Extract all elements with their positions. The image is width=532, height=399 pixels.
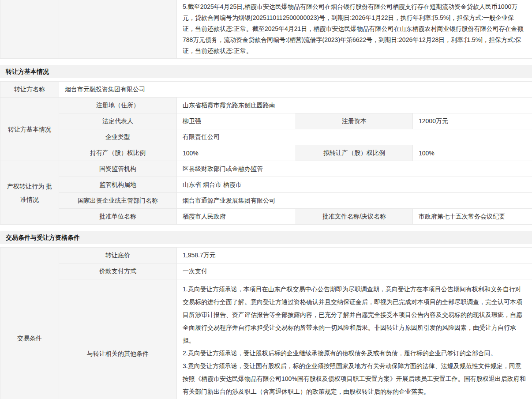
section-title-transferor-info: 转让方基本情况 (0, 65, 532, 78)
group-label-basic-info: 转让方基本情况 (0, 98, 59, 161)
group-label-approval-info: 产权转让行为 批准情况 (0, 161, 59, 225)
table-row: 价款支付方式 一次支付 (0, 263, 532, 279)
row-value-payment-method: 一次支付 (177, 263, 532, 279)
row-label-approval-unit: 批准单位名称 (59, 209, 177, 225)
table-row: 批准单位名称 栖霞市人民政府 批准文件名称/决议名称 市政府第七十五次常务会议纪… (0, 209, 532, 225)
row-label-legal-representative: 法定代表人 (59, 113, 177, 129)
table-row: 监管机构属地 山东省 烟台市 栖霞市 (0, 177, 532, 193)
row-label-enterprise-type: 企业类型 (59, 129, 177, 145)
condition-paragraph-1: 1.意向受让方须承诺，本项目在山东产权交易中心公告期即为尽职调查期，意向受让方在… (183, 283, 526, 347)
section-title-transaction-conditions: 交易条件与受让方资格条件 (0, 231, 532, 244)
table-row: 交易条件 转让底价 1,958.7万元 (0, 248, 532, 263)
row-value-transfer-equity-ratio: 100% (413, 145, 532, 161)
transferor-info-table: 转让方名称 烟台市元融投资集团有限公司 转让方基本情况 注册地（住所） 山东省栖… (0, 81, 532, 225)
transaction-conditions-table: 交易条件 转让底价 1,958.7万元 价款支付方式 一次支付 与转让相关的其他… (0, 247, 532, 399)
row-label-state-funded-enterprise: 国家出资企业或主管部门名称 (59, 193, 177, 209)
group-label-transaction-conditions: 交易条件 (0, 248, 59, 399)
row-value-approval-unit: 栖霞市人民政府 (177, 209, 296, 225)
table-row: 产权转让行为 批准情况 国资监管机构 区县级财政部门或金融办监管 (0, 161, 532, 177)
table-row: 国家出资企业或主管部门名称 烟台市通源产业发展集团有限公司 (0, 193, 532, 209)
row-value-regulator-region: 山东省 烟台市 栖霞市 (177, 177, 532, 193)
row-value-legal-representative: 柳卫强 (177, 113, 296, 129)
empty-group-label-cell (0, 0, 59, 59)
table-row: 5.截至2025年4月25日,栖霞市安达民爆物品有限公司在烟台银行股份有限公司栖… (0, 0, 532, 59)
row-label-held-equity-ratio: 持有产（股）权比例 (59, 145, 177, 161)
table-row: 转让方基本情况 注册地（住所） 山东省栖霞市霞光路东侧庄园路南 (0, 98, 532, 113)
table-row: 持有产（股）权比例 100% 拟转让产（股）权比例 100% (0, 145, 532, 161)
row-value-transferor-name: 烟台市元融投资集团有限公司 (59, 82, 532, 98)
row-value-enterprise-type: 有限责任公司 (177, 129, 532, 145)
top-continuation-table: 5.截至2025年4月25日,栖霞市安达民爆物品有限公司在烟台银行股份有限公司栖… (0, 0, 532, 59)
row-label-other-conditions: 与转让相关的其他条件 (59, 279, 177, 399)
row-value-state-funded-enterprise: 烟台市通源产业发展集团有限公司 (177, 193, 532, 209)
row-label-transferor-name: 转让方名称 (0, 82, 59, 98)
row-label-regulator-region: 监管机构属地 (59, 177, 177, 193)
condition-paragraph-3: 3.意向受让方须承诺，受让国有股权后，标的企业须按照国家及地方有关劳动保障方面的… (183, 360, 526, 398)
row-label-sasac-regulator: 国资监管机构 (59, 161, 177, 177)
table-row: 法定代表人 柳卫强 注册资本 12000万元 (0, 113, 532, 129)
row-value-approval-document: 市政府第七十五次常务会议纪要 (413, 209, 532, 225)
empty-sub-label-cell (59, 0, 177, 59)
row-value-sasac-regulator: 区县级财政部门或金融办监管 (177, 161, 532, 177)
debt-detail-text: 5.截至2025年4月25日,栖霞市安达民爆物品有限公司在烟台银行股份有限公司栖… (177, 0, 532, 59)
row-label-approval-document: 批准文件名称/决议名称 (296, 209, 413, 225)
row-value-other-conditions: 1.意向受让方须承诺，本项目在山东产权交易中心公告期即为尽职调查期，意向受让方在… (177, 279, 532, 399)
row-value-registered-capital: 12000万元 (413, 113, 532, 129)
row-label-registered-address: 注册地（住所） (59, 98, 177, 113)
row-value-floor-price: 1,958.7万元 (177, 248, 532, 263)
table-row: 转让方名称 烟台市元融投资集团有限公司 (0, 82, 532, 98)
condition-paragraph-2: 2.意向受让方须承诺，受让股权后标的企业继续承接原有的债权债务及或有负债，履行标… (183, 347, 526, 360)
row-label-floor-price: 转让底价 (59, 248, 177, 263)
row-value-held-equity-ratio: 100% (177, 145, 296, 161)
table-row: 与转让相关的其他条件 1.意向受让方须承诺，本项目在山东产权交易中心公告期即为尽… (0, 279, 532, 399)
row-label-transfer-equity-ratio: 拟转让产（股）权比例 (296, 145, 413, 161)
table-row: 企业类型 有限责任公司 (0, 129, 532, 145)
row-label-registered-capital: 注册资本 (296, 113, 413, 129)
row-value-registered-address: 山东省栖霞市霞光路东侧庄园路南 (177, 98, 532, 113)
row-label-payment-method: 价款支付方式 (59, 263, 177, 279)
